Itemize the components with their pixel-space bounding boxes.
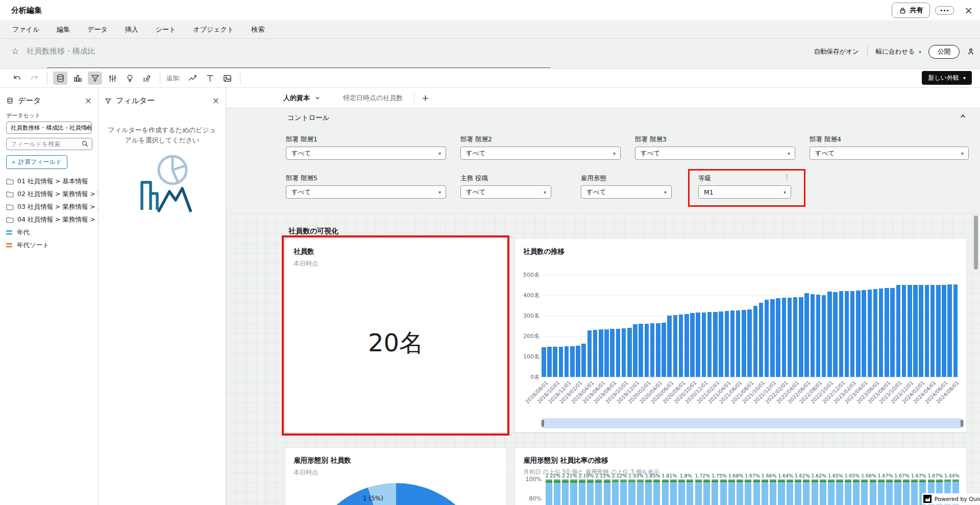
pie-chart-headcount-by-employment-type[interactable]: 雇用形態別 社員数 本日時点 1 (5%) — [285, 447, 507, 505]
parameters-tool-button[interactable] — [105, 71, 119, 85]
calculated-field-item[interactable]: 年代 — [0, 226, 98, 239]
menu-item[interactable]: データ — [87, 25, 108, 34]
control-dropdown[interactable]: すべて▾ — [581, 185, 672, 199]
control-dropdown[interactable]: すべて▾ — [286, 185, 446, 199]
menu-item[interactable]: ファイル — [12, 25, 39, 34]
insights-tool-button[interactable] — [122, 71, 137, 85]
y-axis-tick: 300名 — [518, 312, 540, 320]
slider-handle-left[interactable] — [542, 420, 544, 427]
bar — [747, 309, 752, 377]
kebab-menu-icon[interactable]: ⋮ — [783, 173, 790, 181]
bar — [833, 292, 838, 377]
menu-item[interactable]: シート — [156, 25, 176, 34]
control-label: 部署 階層1 — [286, 135, 446, 144]
close-icon[interactable]: × — [212, 97, 219, 105]
date-range-slider[interactable] — [541, 418, 964, 428]
segment-blue — [628, 482, 635, 505]
add-image-button[interactable] — [220, 71, 234, 85]
bar — [804, 293, 809, 377]
segment-label: 2.22% — [545, 473, 561, 478]
stacked-bar — [778, 479, 785, 505]
stacked-bar — [762, 479, 768, 505]
bar — [690, 313, 695, 377]
tab-headcount-at-date[interactable]: 特定日時点の社員数 — [343, 93, 403, 103]
close-icon[interactable]: × — [964, 5, 973, 15]
data-panel: データ × データセット 社員数推移・構成比 - 社員情報 ▾ + 計算フィール… — [0, 88, 99, 505]
favorite-star-icon[interactable]: ☆ — [11, 46, 19, 56]
chevron-down-icon — [314, 95, 321, 101]
tab-human-capital[interactable]: 人的資本 — [283, 93, 321, 103]
visual-title: 雇用形態別 社員数 — [293, 456, 351, 465]
segment-label: 1.65% — [844, 473, 861, 478]
name-bar-actions: 自動保存がオン 幅に合わせる ▾ 公開 — [814, 44, 975, 59]
field-folder[interactable]: 03 社員情報 > 業務情報 > 入社・... — [0, 201, 98, 213]
menu-item[interactable]: 挿入 — [125, 25, 138, 34]
bar — [759, 303, 764, 377]
bar — [850, 291, 855, 377]
field-search — [6, 138, 92, 150]
analysis-name-input[interactable]: 社員数推移・構成比 — [27, 46, 95, 56]
control-dropdown[interactable]: すべて▾ — [286, 147, 446, 160]
calculated-field-item[interactable]: 年代ソート — [0, 239, 98, 252]
y-axis-tick: 0名 — [518, 373, 540, 381]
segment-blue — [546, 483, 552, 505]
vertical-scrollbar-thumb[interactable] — [974, 215, 978, 270]
control-dropdown[interactable]: すべて▾ — [810, 147, 969, 160]
stacked-bar — [737, 479, 743, 505]
segment-blue — [662, 482, 669, 505]
control-部署 階層2: 部署 階層2すべて▾ — [460, 135, 621, 160]
new-look-toggle[interactable]: 新しい外観 ▾ — [922, 71, 972, 85]
fit-width-dropdown[interactable]: 幅に合わせる ▾ — [876, 47, 921, 56]
edit-visual-tool-button[interactable] — [140, 71, 154, 85]
field-folder[interactable]: 04 社員情報 > 業務情報 > 雇用条件 — [0, 213, 98, 226]
control-value: すべて — [641, 149, 660, 158]
undo-button[interactable] — [10, 71, 24, 85]
control-部署 階層1: 部署 階層1すべて▾ — [286, 135, 446, 160]
segment-blue — [712, 482, 718, 505]
segment-label: 1.93% — [628, 473, 645, 478]
segment-blue — [678, 482, 685, 505]
bar — [604, 329, 609, 377]
bar — [765, 300, 769, 377]
menu-item[interactable]: 検索 — [251, 25, 264, 34]
collapse-chevron-icon[interactable] — [959, 112, 967, 120]
control-label: 主務 役職 — [460, 174, 551, 183]
control-dropdown[interactable]: すべて▾ — [635, 147, 795, 160]
more-menu-button[interactable] — [935, 6, 954, 15]
visuals-tool-button[interactable] — [70, 71, 85, 85]
menu-item[interactable]: オブジェクト — [193, 25, 234, 34]
add-visual-button[interactable] — [185, 71, 200, 85]
bar-chart-headcount-trend[interactable]: 社員数の推移 500名400名300名200名100名0名 2018/08/01… — [514, 238, 967, 432]
add-text-button[interactable] — [203, 71, 217, 85]
calc-field-label: 計算フィールド — [18, 158, 62, 166]
stacked-bar — [753, 479, 760, 505]
titlebar: 分析編集 共有 × — [0, 0, 980, 20]
menubar: ファイル編集データ挿入シートオブジェクト検索 — [0, 20, 980, 39]
redo-button[interactable] — [27, 71, 41, 85]
dataset-selector[interactable]: 社員数推移・構成比 - 社員情報 ▾ — [6, 122, 92, 134]
bar — [542, 347, 546, 377]
add-sheet-button[interactable]: + — [422, 93, 429, 103]
stacked-bar-employment-ratio-trend[interactable]: 雇用形態別 社員比率の推移 月初日 の上位 50 個と 雇用形態 の上位 3 個… — [514, 447, 967, 505]
control-dropdown[interactable]: すべて▾ — [460, 185, 551, 199]
field-search-input[interactable] — [6, 138, 92, 150]
data-tool-button[interactable] — [53, 71, 67, 85]
slider-handle-right[interactable] — [961, 420, 963, 427]
bar — [633, 324, 638, 377]
field-folder[interactable]: 02 社員情報 > 業務情報 > 部署・... — [0, 188, 98, 201]
add-calculated-field-button[interactable]: + 計算フィールド — [6, 155, 67, 169]
menu-item[interactable]: 編集 — [57, 25, 70, 34]
filter-tool-button[interactable] — [88, 71, 102, 85]
bar — [645, 324, 649, 377]
control-dropdown[interactable]: M1▾ — [698, 185, 791, 199]
close-icon[interactable]: × — [85, 97, 92, 105]
bar — [616, 329, 621, 377]
control-dropdown[interactable]: すべて▾ — [460, 147, 621, 160]
field-list: 01 社員情報 > 基本情報02 社員情報 > 業務情報 > 部署・...03 … — [0, 171, 98, 252]
kpi-visual-headcount[interactable]: 社員数 本日時点 20名 — [285, 238, 507, 432]
field-folder[interactable]: 01 社員情報 > 基本情報 — [0, 175, 98, 188]
ratio-top-labels: 2.22%2.21%2.19%2.15%2.12%1.93%1.85%1.81%… — [545, 473, 960, 478]
publish-button[interactable]: 公開 — [928, 45, 960, 59]
user-icon[interactable] — [967, 47, 975, 56]
share-button[interactable]: 共有 — [892, 3, 930, 18]
